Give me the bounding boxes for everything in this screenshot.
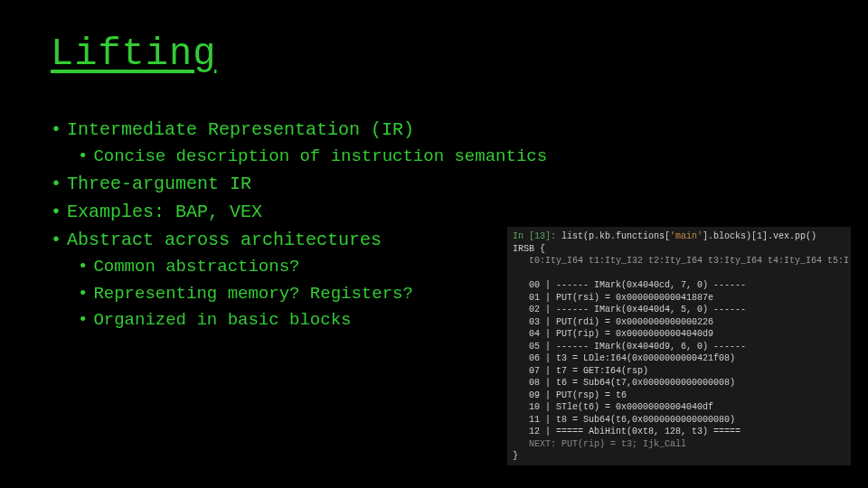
bullet-list: •Intermediate Representation (IR) •Conci…	[51, 116, 547, 334]
code-line: 05 | ------ IMark(0x4040d9, 6, 0) ------	[513, 341, 845, 353]
code-line: 02 | ------ IMark(0x4040d4, 5, 0) ------	[513, 304, 845, 316]
bullet-icon: •	[78, 146, 93, 166]
code-line: 11 | t8 = Sub64(t6,0x0000000000000080)	[513, 414, 845, 427]
bullet-item: •Intermediate Representation (IR)	[51, 116, 547, 144]
bullet-item: •Examples: BAP, VEX	[51, 198, 547, 226]
code-next: NEXT: PUT(rip) = t3; Ijk_Call	[513, 438, 845, 451]
bullet-icon: •	[51, 119, 67, 140]
bullet-icon: •	[78, 284, 93, 304]
bullet-text: Three-argument IR	[67, 174, 251, 194]
slide-title: Lifting	[51, 33, 216, 76]
bullet-icon: •	[78, 257, 93, 277]
code-line: 07 | t7 = GET:I64(rsp)	[513, 365, 845, 378]
bullet-text: Organized in basic blocks	[93, 310, 351, 330]
code-line: 03 | PUT(rdi) = 0x0000000000000226	[513, 316, 845, 329]
bullet-icon: •	[51, 202, 67, 222]
code-line: 00 | ------ IMark(0x4040cd, 7, 0) ------	[513, 279, 845, 292]
bullet-text: Examples: BAP, VEX	[67, 202, 262, 222]
code-line: IRSB {	[513, 243, 845, 256]
ipython-prompt: In [13]: list(p.kb.functions['main'].blo…	[513, 230, 845, 243]
bullet-text: Common abstractions?	[93, 257, 299, 277]
bullet-item: •Organized in basic blocks	[78, 307, 547, 333]
bullet-icon: •	[51, 174, 67, 194]
ipython-in-label: In [13]:	[513, 231, 556, 241]
code-line: 04 | PUT(rip) = 0x00000000004040d9	[513, 328, 845, 341]
code-line: 01 | PUT(rsi) = 0x000000000041887e	[513, 292, 845, 305]
code-line: 12 | ===== AbiHint(0xt8, 128, t3) =====	[513, 426, 845, 438]
code-line: 06 | t3 = LDle:I64(0x0000000000421f08)	[513, 352, 845, 365]
bullet-icon: •	[51, 230, 67, 250]
code-expr: ].blocks)[1].vex.pp()	[703, 231, 816, 241]
code-string: 'main'	[670, 231, 703, 241]
bullet-item: •Common abstractions?	[78, 254, 547, 280]
code-line: t0:Ity_I64 t1:Ity_I32 t2:Ity_I64 t3:Ity_…	[513, 255, 845, 267]
code-line: 09 | PUT(rsp) = t6	[513, 389, 845, 402]
bullet-text: Abstract across architectures	[67, 230, 382, 250]
bullet-item: •Representing memory? Registers?	[78, 281, 547, 307]
bullet-text: Intermediate Representation (IR)	[67, 119, 414, 140]
bullet-text: Representing memory? Registers?	[93, 284, 412, 304]
code-panel: In [13]: list(p.kb.functions['main'].blo…	[506, 226, 852, 466]
bullet-item: •Three-argument IR	[51, 170, 547, 198]
bullet-item: •Concise description of instruction sema…	[78, 144, 547, 170]
bullet-text: Concise description of instruction seman…	[93, 146, 547, 166]
bullet-item: •Abstract across architectures	[51, 226, 547, 254]
slide: Lifting •Intermediate Representation (IR…	[0, 0, 868, 488]
code-line: }	[513, 450, 845, 463]
code-line: 10 | STle(t6) = 0x00000000004040df	[513, 401, 845, 414]
code-blank	[513, 267, 845, 280]
code-line: 08 | t6 = Sub64(t7,0x0000000000000008)	[513, 377, 845, 389]
code-expr: list(p.kb.functions[	[556, 231, 670, 241]
bullet-icon: •	[78, 310, 93, 330]
